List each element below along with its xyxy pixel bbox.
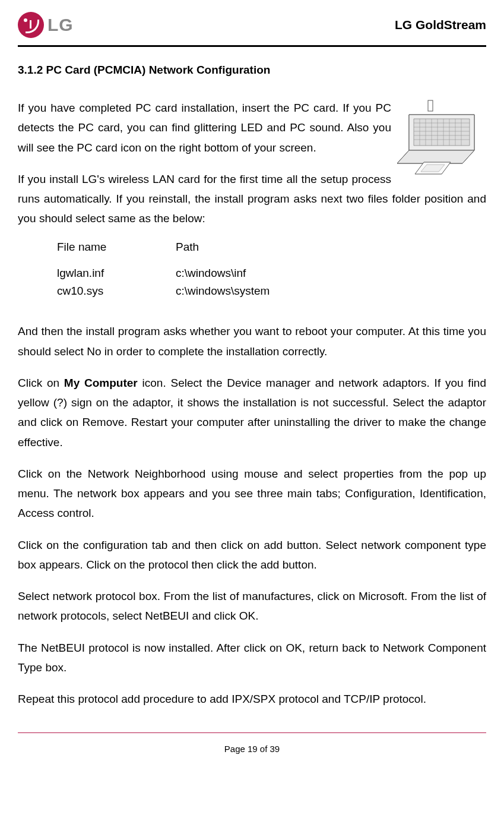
col-header-path: Path [176, 241, 199, 254]
table-row: cw10.sys c:\windows\system [57, 282, 486, 300]
paragraph-repeat: Repeat this protocol add procedure to ad… [18, 689, 486, 709]
text-bold-mycomputer: My Computer [64, 377, 138, 389]
cell-file: lgwlan.inf [57, 264, 176, 282]
cell-path: c:\windows\inf [176, 264, 246, 282]
lg-logo: LG [18, 12, 74, 38]
header-divider [18, 45, 486, 47]
product-name: LG GoldStream [395, 18, 486, 32]
col-header-file: File name [57, 241, 176, 254]
text-pre: Click on [18, 377, 64, 389]
cell-path: c:\windows\system [176, 282, 270, 300]
paragraph-select-protocol: Select network protocol box. From the li… [18, 586, 486, 626]
paragraph-netbeui: The NetBEUI protocol is now installed. A… [18, 638, 486, 678]
cell-file: cw10.sys [57, 282, 176, 300]
laptop-with-pc-card-icon [397, 98, 486, 181]
lg-logo-icon [18, 12, 44, 38]
svg-rect-0 [428, 100, 433, 111]
table-row: lgwlan.inf c:\windows\inf [57, 264, 486, 282]
table-header-row: File name Path [57, 241, 486, 254]
paragraph-config-tab: Click on the configuration tab and then … [18, 535, 486, 575]
page-footer: Page 19 of 39 [18, 744, 486, 754]
file-path-table: File name Path lgwlan.inf c:\windows\inf… [57, 241, 486, 301]
document-page: LG LG GoldStream 3.1.2 PC Card (PCMCIA) … [0, 0, 504, 766]
paragraph-reboot: And then the install program asks whethe… [18, 321, 486, 361]
laptop-illustration [397, 98, 486, 181]
content-body: If you have completed PC card installati… [18, 98, 486, 709]
page-header: LG LG GoldStream [18, 12, 486, 38]
section-title: 3.1.2 PC Card (PCMCIA) Network Configura… [18, 64, 486, 77]
lg-logo-text: LG [47, 15, 74, 35]
footer-divider [18, 732, 486, 733]
paragraph-mycomputer: Click on My Computer icon. Select the De… [18, 373, 486, 452]
paragraph-network-neighborhood: Click on the Network Neighborhood using … [18, 464, 486, 523]
